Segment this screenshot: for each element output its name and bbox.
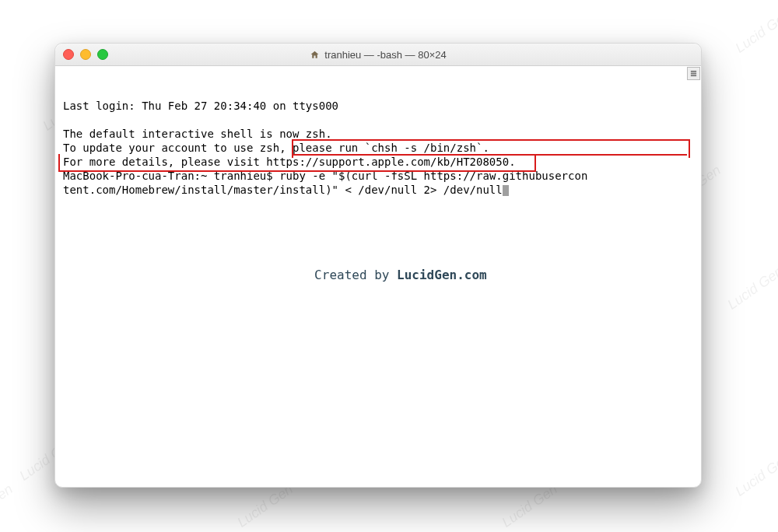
watermark: Lucid Gen	[499, 481, 560, 530]
terminal-line: To update your account to use zsh, pleas…	[63, 142, 489, 154]
window-title: tranhieu — -bash — 80×24	[55, 49, 701, 61]
watermark: Lucid Gen	[724, 263, 778, 313]
titlebar[interactable]: tranhieu — -bash — 80×24	[55, 44, 701, 66]
text-cursor	[503, 185, 509, 196]
shell-prompt: MacBook-Pro-cua-Tran:~ tranhieu$	[63, 170, 279, 182]
svg-rect-0	[691, 71, 696, 72]
window-title-text: tranhieu — -bash — 80×24	[324, 49, 446, 61]
credit-prefix: Created by	[314, 268, 397, 282]
terminal-line: tent.com/Homebrew/install/master/install…	[63, 184, 509, 196]
terminal-line: Last login: Thu Feb 27 20:34:40 on ttys0…	[63, 100, 338, 112]
watermark: Lucid Gen	[234, 481, 296, 530]
watermark: Lucid Gen	[0, 481, 16, 530]
typed-command-part1: ruby -e "$(curl -fsSL https://raw.github…	[279, 170, 587, 182]
watermark: Lucid Gen	[732, 6, 778, 56]
traffic-lights	[63, 49, 108, 60]
credit-line: Created by LucidGen.com	[55, 254, 701, 296]
scroll-indicator-icon	[687, 67, 700, 80]
terminal-window: tranhieu — -bash — 80×24 Last login: Thu…	[54, 43, 702, 488]
watermark: Lucid Gen	[732, 450, 778, 499]
terminal-line	[63, 114, 69, 126]
minimize-button[interactable]	[80, 49, 91, 60]
terminal-line: The default interactive shell is now zsh…	[63, 128, 332, 140]
terminal-body[interactable]: Last login: Thu Feb 27 20:34:40 on ttys0…	[55, 66, 701, 313]
terminal-prompt-line: MacBook-Pro-cua-Tran:~ tranhieu$ ruby -e…	[63, 170, 587, 182]
svg-rect-2	[691, 75, 696, 76]
terminal-line: For more details, please visit https://s…	[63, 156, 516, 168]
close-button[interactable]	[63, 49, 74, 60]
home-icon	[310, 50, 320, 60]
svg-rect-1	[691, 73, 696, 75]
credit-site: LucidGen.com	[397, 268, 487, 282]
zoom-button[interactable]	[97, 49, 108, 60]
typed-command-part2: tent.com/Homebrew/install/master/install…	[63, 184, 503, 196]
